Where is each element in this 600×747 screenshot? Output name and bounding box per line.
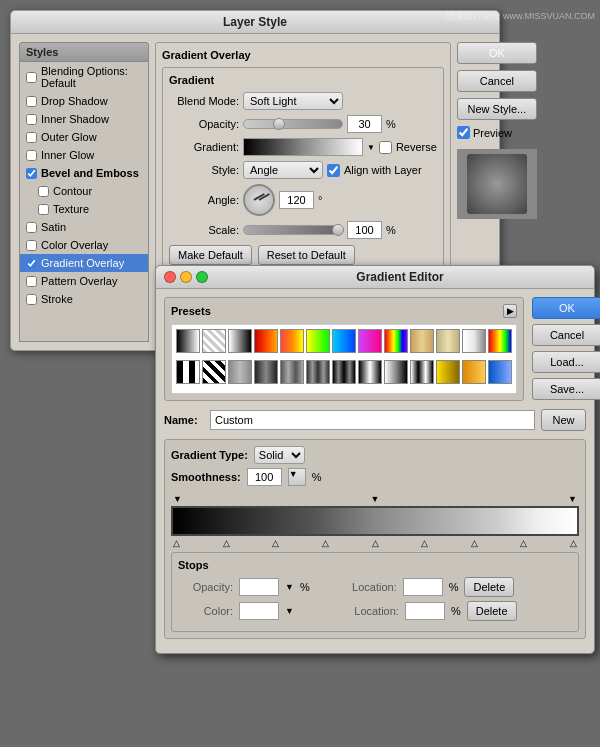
color-stop-8[interactable]: △ (570, 538, 577, 548)
bevel-checkbox[interactable] (26, 168, 37, 179)
style-select[interactable]: Angle (243, 161, 323, 179)
preset-swatch-9[interactable] (410, 329, 434, 353)
preset-swatch-21[interactable] (384, 360, 408, 384)
texture-checkbox[interactable] (38, 204, 49, 215)
scale-slider-track[interactable] (243, 225, 343, 235)
preset-swatch-11[interactable] (462, 329, 486, 353)
opacity-delete-button[interactable]: Delete (464, 577, 514, 597)
color-dropdown-icon[interactable]: ▼ (285, 606, 294, 616)
sidebar-item-contour[interactable]: Contour (20, 182, 148, 200)
sidebar-item-color-overlay[interactable]: Color Overlay (20, 236, 148, 254)
smoothness-dropdown[interactable]: ▼ (288, 468, 306, 486)
color-swatch[interactable] (239, 602, 279, 620)
cancel-button[interactable]: Cancel (457, 70, 537, 92)
preset-swatch-16[interactable] (254, 360, 278, 384)
gradient-preview-bar[interactable] (171, 506, 579, 536)
color-overlay-checkbox[interactable] (26, 240, 37, 251)
preset-swatch-2[interactable] (228, 329, 252, 353)
ge-ok-button[interactable]: OK (532, 297, 600, 319)
inner-shadow-checkbox[interactable] (26, 114, 37, 125)
color-stop-5[interactable]: △ (421, 538, 428, 548)
opacity-input[interactable] (347, 115, 382, 133)
sidebar-item-stroke[interactable]: Stroke (20, 290, 148, 308)
preset-swatch-8[interactable] (384, 329, 408, 353)
align-checkbox[interactable] (327, 164, 340, 177)
color-stop-4[interactable]: △ (372, 538, 379, 548)
blend-mode-select[interactable]: Soft Light (243, 92, 343, 110)
make-default-button[interactable]: Make Default (169, 245, 252, 265)
preset-swatch-24[interactable] (462, 360, 486, 384)
close-button[interactable] (164, 271, 176, 283)
opacity-swatch[interactable] (239, 578, 279, 596)
preset-swatch-3[interactable] (254, 329, 278, 353)
preset-swatch-6[interactable] (332, 329, 356, 353)
presets-expand-icon[interactable]: ▶ (503, 304, 517, 318)
reset-default-button[interactable]: Reset to Default (258, 245, 355, 265)
sidebar-item-texture[interactable]: Texture (20, 200, 148, 218)
maximize-button[interactable] (196, 271, 208, 283)
preset-swatch-0[interactable] (176, 329, 200, 353)
preset-swatch-25[interactable] (488, 360, 512, 384)
name-input[interactable] (210, 410, 535, 430)
reverse-checkbox[interactable] (379, 141, 392, 154)
satin-checkbox[interactable] (26, 222, 37, 233)
new-gradient-button[interactable]: New (541, 409, 586, 431)
preset-swatch-12[interactable] (488, 329, 512, 353)
sidebar-item-blending[interactable]: Blending Options: Default (20, 62, 148, 92)
drop-shadow-checkbox[interactable] (26, 96, 37, 107)
opacity-stop-0[interactable]: ▼ (173, 494, 182, 504)
preset-swatch-13[interactable] (176, 360, 200, 384)
new-style-button[interactable]: New Style... (457, 98, 537, 120)
color-location-input[interactable] (405, 602, 445, 620)
gradient-overlay-checkbox[interactable] (26, 258, 37, 269)
preset-swatch-14[interactable] (202, 360, 226, 384)
sidebar-item-bevel[interactable]: Bevel and Emboss (20, 164, 148, 182)
inner-glow-checkbox[interactable] (26, 150, 37, 161)
preset-swatch-5[interactable] (306, 329, 330, 353)
color-stop-3[interactable]: △ (322, 538, 329, 548)
sidebar-item-gradient-overlay[interactable]: Gradient Overlay (20, 254, 148, 272)
stroke-checkbox[interactable] (26, 294, 37, 305)
minimize-button[interactable] (180, 271, 192, 283)
preset-swatch-15[interactable] (228, 360, 252, 384)
opacity-slider-thumb[interactable] (273, 118, 285, 130)
ok-button[interactable]: OK (457, 42, 537, 64)
color-stop-0[interactable]: △ (173, 538, 180, 548)
angle-input[interactable] (279, 191, 314, 209)
preset-swatch-7[interactable] (358, 329, 382, 353)
preset-swatch-4[interactable] (280, 329, 304, 353)
sidebar-item-drop-shadow[interactable]: Drop Shadow (20, 92, 148, 110)
smoothness-input[interactable] (247, 468, 282, 486)
sidebar-item-pattern-overlay[interactable]: Pattern Overlay (20, 272, 148, 290)
small-arrow-icon[interactable]: ▼ (367, 143, 375, 152)
preset-swatch-17[interactable] (280, 360, 304, 384)
sidebar-item-inner-shadow[interactable]: Inner Shadow (20, 110, 148, 128)
ge-load-button[interactable]: Load... (532, 351, 600, 373)
preset-swatch-20[interactable] (358, 360, 382, 384)
contour-checkbox[interactable] (38, 186, 49, 197)
gradient-type-select[interactable]: Solid Noise (254, 446, 305, 464)
gradient-bar[interactable] (243, 138, 363, 156)
preset-swatch-1[interactable] (202, 329, 226, 353)
sidebar-item-satin[interactable]: Satin (20, 218, 148, 236)
opacity-stop-2[interactable]: ▼ (568, 494, 577, 504)
color-stop-7[interactable]: △ (520, 538, 527, 548)
opacity-location-input[interactable] (403, 578, 443, 596)
scale-input[interactable] (347, 221, 382, 239)
preset-swatch-23[interactable] (436, 360, 460, 384)
opacity-slider-track[interactable] (243, 119, 343, 129)
ge-cancel-button[interactable]: Cancel (532, 324, 600, 346)
ge-save-button[interactable]: Save... (532, 378, 600, 400)
sidebar-item-inner-glow[interactable]: Inner Glow (20, 146, 148, 164)
outer-glow-checkbox[interactable] (26, 132, 37, 143)
preview-checkbox[interactable] (457, 126, 470, 139)
preset-swatch-22[interactable] (410, 360, 434, 384)
preset-swatch-10[interactable] (436, 329, 460, 353)
color-delete-button[interactable]: Delete (467, 601, 517, 621)
color-stop-2[interactable]: △ (272, 538, 279, 548)
scale-slider-thumb[interactable] (332, 224, 344, 236)
preset-swatch-19[interactable] (332, 360, 356, 384)
blending-checkbox[interactable] (26, 72, 37, 83)
angle-dial[interactable] (243, 184, 275, 216)
pattern-overlay-checkbox[interactable] (26, 276, 37, 287)
